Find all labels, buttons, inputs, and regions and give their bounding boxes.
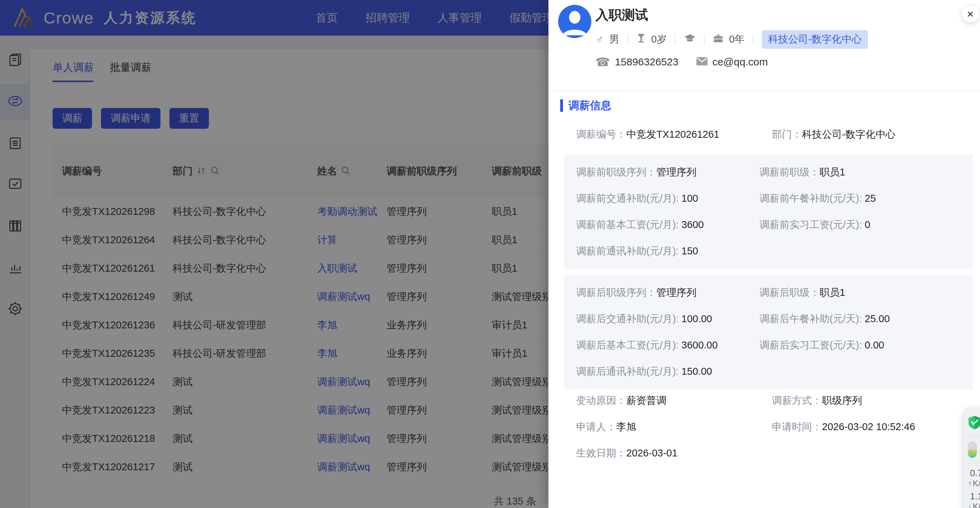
- field: 变动原因：薪资普调: [576, 394, 772, 407]
- field-label: 调薪后午餐补助(元/天):: [759, 313, 865, 324]
- field-value: 0: [865, 219, 870, 230]
- age-icon: [636, 33, 646, 46]
- field-group-after-adjust: 调薪后职级序列：管理序列调薪后职级：职员1调薪后交通补助(元/月): 100.0…: [564, 275, 973, 389]
- detail-drawer: × 入职测试 ♂ 男 0岁 0年: [549, 0, 980, 508]
- email-icon: [697, 56, 708, 68]
- field-value: 100.00: [682, 313, 712, 324]
- field: 调薪前职级序列：管理序列: [576, 165, 759, 179]
- field: 调薪后职级：职员1: [759, 286, 973, 300]
- field: 调薪方式：职级序列: [772, 394, 970, 407]
- field: 调薪后通讯补助(元/月): 150.00: [576, 365, 759, 379]
- field-value: 150.00: [682, 366, 712, 377]
- field-value: 3600.00: [682, 339, 718, 351]
- field-row: 调薪前职级序列：管理序列调薪前职级：职员1: [576, 159, 973, 185]
- field-value: 中竞发TX120261261: [626, 129, 719, 140]
- field-value: 李旭: [616, 421, 636, 432]
- age-value: 0岁: [651, 32, 667, 46]
- meta-divider: [753, 34, 754, 45]
- section-title: 调薪信息: [568, 98, 611, 113]
- field-group-before-adjust: 调薪前职级序列：管理序列调薪前职级：职员1调薪前交通补助(元/月): 100调薪…: [564, 155, 973, 269]
- field-value: 管理序列: [656, 287, 697, 298]
- field-label: 调薪前午餐补助(元/天):: [759, 193, 865, 204]
- widget-divider: [968, 463, 980, 463]
- field-value: 薪资普调: [626, 395, 667, 406]
- avatar: [558, 5, 591, 38]
- field-value: 管理序列: [656, 166, 697, 177]
- field-value: 3600: [682, 219, 704, 230]
- field-row: 调薪前通讯补助(元/月): 150: [576, 238, 973, 264]
- meta-divider: [704, 34, 705, 45]
- education-icon: [684, 33, 696, 46]
- field: 调薪编号：中竞发TX120261261: [576, 128, 772, 142]
- field-label: 调薪前基本工资(元/月):: [576, 219, 682, 230]
- field: 调薪前实习工资(元/天): 0: [759, 218, 973, 232]
- field-label: 调薪前实习工资(元/天):: [759, 219, 865, 230]
- upload-arrow-icon: ↑: [968, 479, 972, 488]
- meta-divider: [628, 34, 628, 45]
- field-label: 调薪后通讯补助(元/月):: [576, 366, 682, 377]
- download-arrow-icon: ↓: [968, 502, 972, 508]
- field-row: 调薪后通讯补助(元/月): 150.00: [576, 358, 973, 385]
- field-row: 调薪前交通补助(元/月): 100调薪前午餐补助(元/天): 25: [576, 185, 973, 212]
- shield-check-icon[interactable]: [968, 415, 980, 431]
- meta-divider: [675, 34, 676, 45]
- field: 调薪后职级序列：管理序列: [576, 286, 759, 300]
- department-badge: 科技公司-数字化中心: [762, 30, 868, 49]
- work-years-value: 0年: [729, 32, 745, 46]
- field-row: 生效日期：2026-03-01: [576, 440, 970, 466]
- field-value: 25.00: [865, 313, 890, 324]
- email-value: ce@qq.com: [712, 56, 768, 68]
- field: 生效日期：2026-03-01: [576, 446, 772, 460]
- field-row: 调薪后交通补助(元/月): 100.00调薪后午餐补助(元/天): 25.00: [576, 306, 973, 332]
- field-row: 调薪后职级序列：管理序列调薪后职级：职员1: [576, 280, 973, 306]
- field: 调薪后交通补助(元/月): 100.00: [576, 312, 759, 326]
- field-label: 生效日期：: [576, 447, 626, 458]
- phone-item: ☎ 15896326523: [595, 56, 678, 68]
- field: 调薪后基本工资(元/月): 3600.00: [576, 339, 759, 352]
- field-label: 调薪后职级序列：: [576, 287, 656, 298]
- download-speed-value: 1.1: [970, 491, 980, 502]
- email-item: ce@qq.com: [697, 56, 768, 68]
- field: 部门：科技公司-数字化中心: [772, 128, 970, 142]
- field: 申请人：李旭: [576, 420, 772, 434]
- field-label: 部门：: [772, 129, 802, 140]
- field-label: 调薪前职级：: [759, 166, 819, 177]
- field-row: 调薪前基本工资(元/月): 3600调薪前实习工资(元/天): 0: [576, 212, 973, 238]
- field-row: 变动原因：薪资普调调薪方式：职级序列: [576, 388, 970, 414]
- close-icon[interactable]: ×: [961, 5, 979, 23]
- gender-value: 男: [609, 32, 619, 46]
- field-value: 100: [682, 193, 698, 204]
- field-label: 申请时间：: [772, 421, 822, 432]
- male-icon: ♂: [595, 34, 604, 45]
- field-value: 职员1: [819, 287, 845, 298]
- field-value: 0.00: [865, 339, 884, 351]
- field-value: 2026-03-01: [626, 447, 678, 458]
- field-label: 调薪方式：: [772, 395, 822, 406]
- field-value: 25: [865, 193, 876, 204]
- field: 申请时间：2026-03-02 10:52:46: [772, 420, 970, 434]
- field-label: 申请人：: [576, 421, 616, 432]
- capsule-icon[interactable]: [968, 441, 977, 458]
- field-label: 调薪后实习工资(元/天):: [759, 339, 865, 351]
- field-label: 调薪前交通补助(元/月):: [576, 193, 682, 204]
- field: 调薪前交通补助(元/月): 100: [576, 192, 759, 206]
- phone-value: 15896326523: [615, 56, 678, 68]
- phone-icon: ☎: [595, 56, 610, 68]
- field: 调薪后实习工资(元/天): 0.00: [759, 339, 973, 352]
- field-group-request-info: 变动原因：薪资普调调薪方式：职级序列申请人：李旭申请时间：2026-03-02 …: [576, 388, 970, 466]
- field-group-basic: 调薪编号：中竞发TX120261261部门：科技公司-数字化中心: [576, 122, 970, 147]
- field-label: 变动原因：: [576, 395, 626, 406]
- drawer-divider: [549, 90, 980, 91]
- section-accent-bar: [560, 99, 563, 112]
- widget-divider: [968, 436, 980, 436]
- work-years-icon: [713, 34, 724, 46]
- field-value: 2026-03-02 10:52:46: [822, 421, 915, 432]
- field-label: 调薪前通讯补助(元/月):: [576, 245, 682, 256]
- field-value: 职级序列: [822, 395, 862, 406]
- field-label: 调薪后基本工资(元/月):: [576, 339, 682, 351]
- employee-contact-row: ☎ 15896326523 ce@qq.com: [595, 56, 768, 68]
- field-row: 申请人：李旭申请时间：2026-03-02 10:52:46: [576, 414, 970, 440]
- field-value: 150: [682, 245, 698, 256]
- employee-name: 入职测试: [595, 6, 648, 24]
- download-speed-unit: ↓ K/: [968, 502, 980, 508]
